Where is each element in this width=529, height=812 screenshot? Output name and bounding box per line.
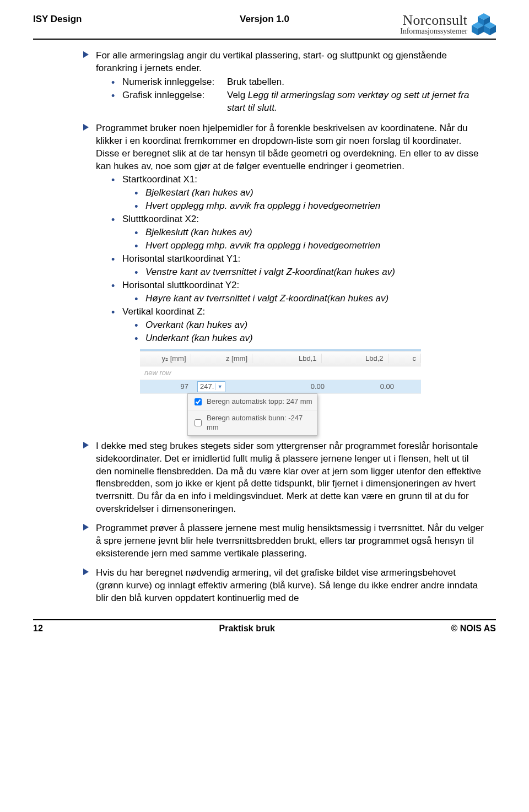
checkbox[interactable] bbox=[195, 419, 202, 426]
label: Grafisk innleggelse: bbox=[122, 89, 227, 115]
arrow-icon bbox=[83, 122, 96, 434]
list-item: Numerisk innleggelse: Bruk tabellen. bbox=[111, 76, 485, 89]
list-item: Underkant (kan hukes av) bbox=[134, 332, 485, 345]
arrow-icon bbox=[83, 50, 96, 116]
footer-divider bbox=[33, 619, 496, 620]
page-number: 12 bbox=[33, 622, 43, 635]
option-label: Beregn automatisk bunn: -247 mm bbox=[207, 413, 312, 432]
svg-marker-11 bbox=[83, 442, 89, 448]
list-item: Startkoordinat X1: Bjelkestart (kan huke… bbox=[111, 174, 485, 213]
logo-subtitle: Informasjonssystemer bbox=[400, 28, 467, 35]
placeholder-text: new row bbox=[140, 368, 175, 378]
table-row[interactable]: 97 247. ▼ Beregn automatisk topp: 247 mm bbox=[140, 380, 421, 394]
header-divider bbox=[33, 39, 496, 40]
column-header[interactable]: y₂ [mm] bbox=[140, 354, 191, 364]
doc-title-center: Versjon 1.0 bbox=[240, 13, 289, 26]
chevron-down-icon[interactable]: ▼ bbox=[215, 383, 224, 390]
text: Legg til armeringslag som verktøy og set… bbox=[227, 90, 469, 113]
list-item: Hvert opplegg mhp. avvik fra opplegg i h… bbox=[134, 240, 485, 252]
dropdown-option[interactable]: Beregn automatisk topp: 247 mm bbox=[188, 394, 317, 410]
option-label: Beregn automatisk topp: 247 mm bbox=[207, 397, 312, 407]
list-item: Horisontal startkoordinat Y1: Venstre ka… bbox=[111, 253, 485, 279]
list-item: Horisontal sluttkoordinat Y2: Høyre kant… bbox=[111, 279, 485, 305]
value: Bruk tabellen. bbox=[227, 76, 284, 89]
paragraph: Hvis du har beregnet nødvendig armering,… bbox=[96, 567, 485, 605]
list-item: Høyre kant av tverrsnittet i valgt Z-koo… bbox=[134, 293, 485, 305]
table-header: y₂ [mm] z [mm] Lbd,1 Lbd,2 c bbox=[140, 351, 421, 366]
label: Numerisk innleggelse: bbox=[122, 76, 227, 89]
cell-z[interactable]: 247. ▼ Beregn automatisk topp: 247 mm bbox=[193, 381, 257, 392]
svg-marker-13 bbox=[83, 569, 89, 575]
column-header[interactable]: c bbox=[388, 354, 422, 364]
footer-right: © NOIS AS bbox=[451, 622, 496, 635]
checkbox[interactable] bbox=[195, 398, 202, 405]
logo-title: Norconsult bbox=[400, 13, 467, 28]
cell[interactable]: 97 bbox=[140, 382, 193, 392]
list-item: Bjelkestart (kan hukes av) bbox=[134, 187, 485, 199]
dropdown[interactable]: Beregn automatisk topp: 247 mm Beregn au… bbox=[187, 393, 317, 436]
list-item: Slutttkoordinat X2: Bjelkeslutt (kan huk… bbox=[111, 213, 485, 252]
z-input[interactable]: 247. ▼ bbox=[197, 381, 225, 392]
list-item: Bjelkeslutt (kan hukes av) bbox=[134, 226, 485, 239]
list-item: Venstre kant av tverrsnittet i valgt Z-k… bbox=[134, 266, 485, 279]
cell[interactable]: 0.00 bbox=[257, 382, 329, 392]
column-header[interactable]: z [mm] bbox=[191, 354, 252, 364]
text: Programmet bruker noen hjelpemidler for … bbox=[96, 123, 479, 171]
svg-marker-12 bbox=[83, 524, 89, 530]
arrow-icon bbox=[83, 567, 96, 605]
footer-center: Praktisk bruk bbox=[219, 622, 274, 635]
text: For alle armeringslag angir du vertikal … bbox=[96, 50, 447, 73]
paragraph: Programmet bruker noen hjelpemidler for … bbox=[96, 122, 485, 434]
cell[interactable]: 0.00 bbox=[329, 382, 398, 392]
paragraph: Programmet prøver å plassere jernene mes… bbox=[96, 522, 485, 560]
list-item: Overkant (kan hukes av) bbox=[134, 319, 485, 332]
paragraph: For alle armeringslag angir du vertikal … bbox=[96, 50, 485, 116]
logo: Norconsult Informasjonssystemer bbox=[400, 13, 496, 35]
column-header[interactable]: Lbd,1 bbox=[252, 354, 322, 364]
arrow-icon bbox=[83, 440, 96, 516]
arrow-icon bbox=[83, 522, 96, 560]
list-item: Hvert opplegg mhp. avvik fra opplegg i h… bbox=[134, 200, 485, 213]
embedded-grid: y₂ [mm] z [mm] Lbd,1 Lbd,2 c new row 97 bbox=[140, 349, 421, 424]
paragraph: I dekke med steg brukes stegets sider so… bbox=[96, 440, 485, 516]
cubes-icon bbox=[472, 13, 496, 35]
svg-marker-9 bbox=[83, 51, 89, 58]
svg-marker-10 bbox=[83, 124, 89, 131]
column-header[interactable]: Lbd,2 bbox=[322, 354, 388, 364]
doc-title-left: ISY Design bbox=[33, 13, 82, 26]
input-value: 247. bbox=[200, 382, 214, 392]
value: Velg Legg til armeringslag som verktøy o… bbox=[227, 89, 485, 115]
dropdown-option[interactable]: Beregn automatisk bunn: -247 mm bbox=[188, 410, 317, 435]
table-row-new[interactable]: new row bbox=[140, 366, 421, 380]
text: Velg bbox=[227, 90, 248, 100]
list-item: Grafisk innleggelse: Velg Legg til armer… bbox=[111, 89, 485, 115]
list-item: Vertikal koordinat Z: Overkant (kan huke… bbox=[111, 306, 485, 345]
